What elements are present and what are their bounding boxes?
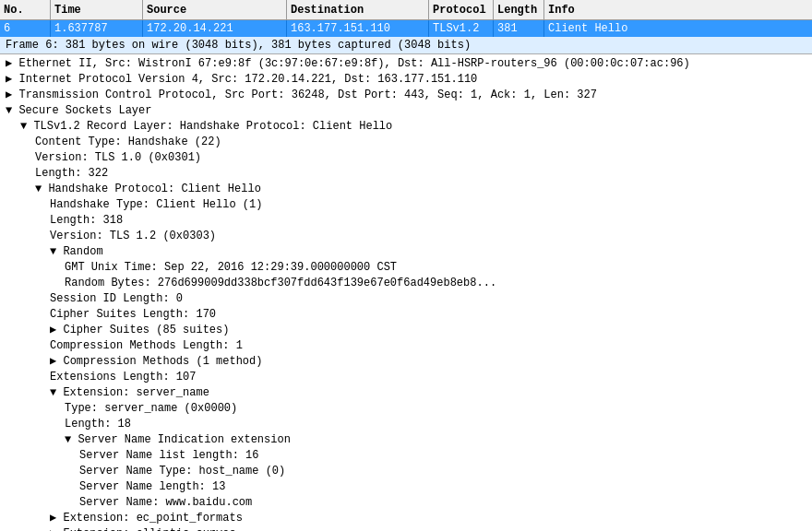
tree-item-cipher-len: Cipher Suites Length: 170: [0, 307, 812, 323]
tree-item-ext-type: Type: server_name (0x0000): [0, 401, 812, 417]
tree-item-hs-length: Length: 318: [0, 213, 812, 229]
tree-item-handshake[interactable]: Handshake Protocol: Client Hello: [0, 182, 812, 197]
tree-item-hs-type: Handshake Type: Client Hello (1): [0, 197, 812, 213]
tree-item-ssl[interactable]: Secure Sockets Layer: [0, 103, 812, 119]
col-header-destination: Destination: [287, 0, 429, 19]
table-header: No. Time Source Destination Protocol Len…: [0, 0, 812, 20]
packet-protocol: TLSv1.2: [429, 20, 494, 37]
packet-length: 381: [494, 20, 544, 37]
tree-item-extensions-len: Extensions Length: 107: [0, 370, 812, 385]
packet-time: 1.637787: [51, 20, 143, 37]
tree-item-ext-elliptic[interactable]: Extension: elliptic_curves: [0, 526, 812, 531]
tree-item-cipher-suites[interactable]: Cipher Suites (85 suites): [0, 323, 812, 338]
packet-row[interactable]: 6 1.637787 172.20.14.221 163.177.151.110…: [0, 20, 812, 37]
col-header-source: Source: [143, 0, 287, 19]
tree-item-gmt-time: GMT Unix Time: Sep 22, 2016 12:29:39.000…: [0, 260, 812, 276]
packet-detail-tree: Ethernet II, Src: WistronI 67:e9:8f (3c:…: [0, 54, 812, 531]
tree-item-ext-ec-point[interactable]: Extension: ec_point_formats: [0, 511, 812, 526]
col-header-time: Time: [51, 0, 143, 19]
tree-item-random-bytes: Random Bytes: 276d699009dd338bcf307fdd64…: [0, 276, 812, 291]
tree-item-random[interactable]: Random: [0, 244, 812, 260]
tree-item-sni-name-len: Server Name length: 13: [0, 479, 812, 495]
tree-item-tcp[interactable]: Transmission Control Protocol, Src Port:…: [0, 88, 812, 103]
tree-item-sni-name: Server Name: www.baidu.com: [0, 495, 812, 511]
tree-item-length-322: Length: 322: [0, 166, 812, 182]
tree-item-compression-methods[interactable]: Compression Methods (1 method): [0, 354, 812, 370]
tree-item-sni-name-type: Server Name Type: host_name (0): [0, 464, 812, 479]
tree-item-version: Version: TLS 1.0 (0x0301): [0, 150, 812, 166]
tree-item-ext-length: Length: 18: [0, 417, 812, 432]
tree-item-ip[interactable]: Internet Protocol Version 4, Src: 172.20…: [0, 72, 812, 88]
tree-item-session-id-len: Session ID Length: 0: [0, 291, 812, 307]
col-header-protocol: Protocol: [429, 0, 494, 19]
tree-item-compression-len: Compression Methods Length: 1: [0, 338, 812, 354]
tree-item-sni-list-len: Server Name list length: 16: [0, 448, 812, 464]
packet-info: Client Hello: [544, 20, 812, 37]
tree-item-ext-server-name[interactable]: Extension: server_name: [0, 385, 812, 401]
col-header-length: Length: [494, 0, 544, 19]
tree-item-ethernet[interactable]: Ethernet II, Src: WistronI 67:e9:8f (3c:…: [0, 56, 812, 72]
packet-source: 172.20.14.221: [143, 20, 287, 37]
tree-item-sni[interactable]: Server Name Indication extension: [0, 432, 812, 448]
frame-info-bar: Frame 6: 381 bytes on wire (3048 bits), …: [0, 37, 812, 54]
col-header-info: Info: [544, 0, 812, 19]
tree-item-hs-version: Version: TLS 1.2 (0x0303): [0, 229, 812, 244]
col-header-no: No.: [0, 0, 51, 19]
tree-item-tls-record[interactable]: TLSv1.2 Record Layer: Handshake Protocol…: [0, 119, 812, 135]
packet-no: 6: [0, 20, 51, 37]
packet-destination: 163.177.151.110: [287, 20, 429, 37]
tree-item-content-type: Content Type: Handshake (22): [0, 135, 812, 150]
